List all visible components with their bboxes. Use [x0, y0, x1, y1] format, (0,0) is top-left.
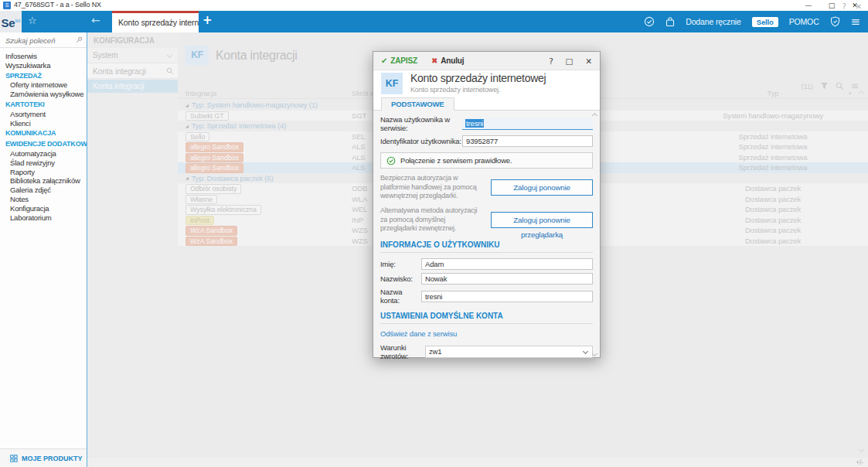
app-icon: S: [3, 2, 11, 9]
new-tab-button[interactable]: +: [203, 13, 212, 27]
auth-external-text: Alternatywna metoda autoryzacji za pomoc…: [380, 206, 491, 234]
kf-dialog-badge: KF: [381, 73, 403, 94]
tab-podstawowe[interactable]: PODSTAWOWE: [381, 97, 454, 111]
window-title: 47_6768SGT - a a - Sello NX: [14, 1, 101, 9]
sidebar-item[interactable]: Galeria zdjęć: [0, 186, 87, 195]
scroll-down-icon[interactable]: [592, 351, 597, 356]
pane-help-icon[interactable]: ?: [842, 2, 846, 11]
tab-konto-sprzedazy[interactable]: Konto sprzedaży internetow: [112, 11, 199, 32]
sidebar-item: KOMUNIKACJA: [0, 129, 87, 138]
window-titlebar: S 47_6768SGT - a a - Sello NX — □ ✕: [0, 0, 868, 11]
sidebar-item[interactable]: Oferty internetowe: [0, 80, 87, 90]
dialog-subtitle: Konto sprzedaży internetowej.: [410, 86, 500, 94]
sello-logo[interactable]: SeNX: [0, 11, 22, 32]
sidebar-item[interactable]: Notes: [0, 195, 87, 204]
sidebar-item[interactable]: Asortyment: [0, 110, 87, 119]
sidebar-item[interactable]: Biblioteka załączników: [0, 176, 87, 186]
hamburger-menu-icon[interactable]: ≡: [851, 15, 860, 29]
userid-field[interactable]: 93952877: [462, 135, 593, 147]
scroll-up-icon[interactable]: [592, 113, 597, 118]
shield-icon[interactable]: [830, 16, 840, 27]
account-dialog: ✔ZAPISZ ✖Anuluj ? □ ✕ KF Konto sprzedaży…: [373, 51, 601, 358]
dialog-header: KF Konto sprzedaży internetowej Konto sp…: [373, 70, 600, 97]
sidebar: InfoserwisWyszukiwarkaSPRZEDAŻOferty int…: [0, 32, 87, 467]
check-icon: ✔: [381, 56, 387, 65]
login-again-browser-button[interactable]: Zaloguj ponownie przeglądarką: [491, 212, 593, 228]
refresh-data-link[interactable]: Odśwież dane z serwisu: [380, 329, 593, 338]
status-text: Połączenie z serwisem prawidłowe.: [400, 156, 512, 165]
user-fields: Imię:AdamNazwisko:NowakNazwa konta:tresn…: [380, 258, 593, 305]
sidebar-item[interactable]: Zamówienia wysyłkowe: [0, 90, 87, 99]
grid-icon: [10, 455, 18, 462]
sidebar-item[interactable]: Konfiguracja: [0, 204, 87, 213]
dialog-maximize-button[interactable]: □: [566, 56, 574, 66]
package-icon[interactable]: [665, 17, 675, 27]
userid-label: Identyfikator użytkownika:: [380, 137, 462, 145]
save-button[interactable]: ✔ZAPISZ: [381, 56, 417, 65]
maximize-button[interactable]: □: [822, 0, 842, 11]
pane-close-icon[interactable]: ✕: [856, 2, 862, 11]
login-again-button[interactable]: Zaloguj ponownie: [491, 179, 593, 196]
pin-icon[interactable]: [76, 36, 83, 43]
command-search[interactable]: [0, 32, 87, 48]
my-products-label: MOJE PRODUKTY: [22, 455, 83, 462]
dialog-toolbar: ✔ZAPISZ ✖Anuluj ? □ ✕: [373, 52, 600, 70]
sidebar-item: KARTOTEKI: [0, 101, 87, 110]
sidebar-item[interactable]: Klienci: [0, 119, 87, 128]
field-label: Warunki zwrotów:: [380, 343, 425, 359]
app-window: S 47_6768SGT - a a - Sello NX — □ ✕ SeNX…: [0, 0, 868, 467]
sync-check-icon[interactable]: [644, 16, 655, 27]
command-search-input[interactable]: [0, 34, 71, 48]
sidebar-item[interactable]: Infoserwis: [0, 52, 87, 61]
status-check-icon: [386, 156, 396, 165]
username-label: Nazwa użytkownika w serwisie:: [380, 115, 462, 132]
sidebar-item[interactable]: Ślad rewizyjny: [0, 159, 87, 168]
sidebar-item: SPRZEDAŻ: [0, 72, 87, 81]
field-label: Nazwa konta:: [380, 288, 421, 305]
dropdown-field[interactable]: zw1: [425, 346, 593, 358]
dialog-help-button[interactable]: ?: [549, 56, 553, 66]
dialog-body: Nazwa użytkownika w serwisie: tresni Ide…: [373, 111, 600, 359]
sidebar-item[interactable]: Laboratorium: [0, 213, 87, 223]
back-arrow-icon[interactable]: ←: [91, 14, 100, 26]
auth-internal-text: Bezpieczna autoryzacja w platformie hand…: [380, 174, 491, 201]
text-field[interactable]: Nowak: [421, 273, 593, 285]
field-label: Imię:: [380, 260, 421, 268]
dialog-tabstrip: PODSTAWOWE: [373, 97, 600, 111]
dialog-close-button[interactable]: ✕: [585, 56, 592, 66]
text-field[interactable]: tresni: [421, 291, 593, 302]
help-menu[interactable]: POMOC: [789, 17, 819, 26]
cross-icon: ✖: [431, 56, 437, 65]
dropdown-value: zw1: [429, 347, 441, 356]
username-field[interactable]: tresni: [462, 118, 593, 130]
added-manually-label: Dodane ręcznie: [686, 17, 740, 26]
sidebar-item[interactable]: Automatyzacja: [0, 149, 87, 159]
sidebar-footer-my-products[interactable]: MOJE PRODUKTY: [0, 448, 87, 467]
field-label: Nazwisko:: [380, 274, 421, 283]
dropdown-fields: Warunki zwrotów:zw1Reklamacje:rek1Gwaran…: [380, 343, 593, 359]
sello-badge[interactable]: Sello: [752, 17, 778, 27]
sidebar-item[interactable]: Raporty: [0, 168, 87, 177]
favorites-star-icon[interactable]: ☆: [28, 15, 37, 26]
selected-text: tresni: [465, 119, 484, 128]
text-field[interactable]: Adam: [421, 258, 593, 270]
top-navigation-bar: SeNX ☆ ← Konto sprzedaży internetow + Do…: [0, 11, 868, 32]
sidebar-item[interactable]: Wyszukiwarka: [0, 61, 87, 70]
chevron-down-icon: [583, 349, 588, 354]
connection-status: Połączenie z serwisem prawidłowe.: [380, 152, 593, 169]
minimize-button[interactable]: —: [798, 0, 819, 11]
cancel-button[interactable]: ✖Anuluj: [431, 56, 464, 65]
defaults-section-header: USTAWIENIA DOMYŚLNE KONTA: [380, 312, 593, 320]
sidebar-nav: InfoserwisWyszukiwarkaSPRZEDAŻOferty int…: [0, 48, 87, 222]
sidebar-item: EWIDENCJE DODATKOWE: [0, 140, 87, 149]
dialog-title: Konto sprzedaży internetowej: [410, 72, 546, 84]
